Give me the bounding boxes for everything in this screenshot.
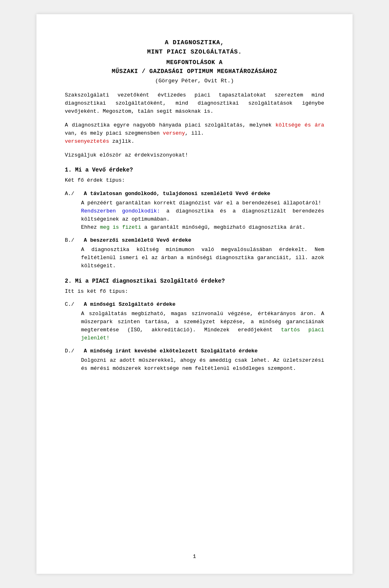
sectionB-text: A diagnosztika költség minimumon való me… [81,246,324,270]
sectionC-text: A szolgáltatás megbízható, magas színvon… [81,310,324,343]
sectionB-label-line: B./ A beszerzői szemléletű Vevő érdeke [65,237,324,243]
document-page: A DIAGNOSZTIKA, MINT PIACI SZOLGÁLTATÁS.… [36,14,353,574]
main-title-line1: A DIAGNOSZTIKA, MINT PIACI SZOLGÁLTATÁS. [65,39,324,57]
sectionC-block: A szolgáltatás megbízható, magas színvon… [81,310,324,343]
sectionB-block: A diagnosztika költség minimumon való me… [81,246,324,270]
sectionA-block: A pénzéért garantáltan korrekt diagnózis… [81,199,324,232]
section1-heading: 1. Mi a Vevő érdeke? [65,167,324,173]
highlight-cost: költsége és ára [276,122,324,128]
section2-heading: 2. Mi a PIACI diagnosztikai Szolgáltató … [65,278,324,284]
author-subtitle: (Görgey Péter, Ovit Rt.) [65,78,324,84]
highlight-megfizeti: meg is fizeti [100,224,141,230]
sectionD-text: Dolgozni az adott műszerekkel, ahogy és … [81,356,324,373]
sectionA-text2: Rendszerben gondolkodik: a diagnosztika … [81,207,324,223]
sectionC-label-line: C./ A minőségi Szolgáltató érdeke [65,301,324,307]
sectionC-title: A minőségi Szolgáltató érdeke [84,301,175,307]
sectionA-text3: Ehhez meg is fizeti a garantált minőségű… [81,223,324,232]
sectionD-block: Dolgozni az adott műszerekkel, ahogy és … [81,356,324,373]
sectionD-title: A minőség iránt kevésbé elkötelezett Szo… [84,348,258,354]
sectionA-text1: A pénzéért garantáltan korrekt diagnózis… [81,199,324,207]
sectionD-label-line: D./ A minőség iránt kevésbé elkötelezett… [65,348,324,354]
intro-paragraph-3: Vizsgáljuk először az érdekviszonyokat! [65,151,324,159]
sub-title: MEGFONTOLÁSOK A MŰSZAKI / GAZDASÁGI OPTI… [65,58,324,76]
intro-paragraph-2: A diagnosztika egyre nagyobb hányada pia… [65,121,324,146]
section2-intro: Itt is két fő típus: [65,288,324,296]
sectionA-title: A távlatosan gondolkodó, tulajdonosi sze… [84,191,270,197]
intro-paragraph-1: Szakszolgálati vezetőként évtizedes piac… [65,91,324,116]
sectionA-label-line: A./ A távlatosan gondolkodó, tulajdonosi… [65,191,324,197]
highlight-versenyeztetés: versenyeztetés [65,138,109,144]
highlight-rendszerben: Rendszerben gondolkodik: [81,208,160,214]
section1-intro: Két fő érdek típus: [65,176,324,185]
page-number: 1 [193,554,196,560]
sectionB-title: A beszerzői szemléletű Vevő érdeke [84,237,191,243]
highlight-verseny: verseny [163,130,185,136]
